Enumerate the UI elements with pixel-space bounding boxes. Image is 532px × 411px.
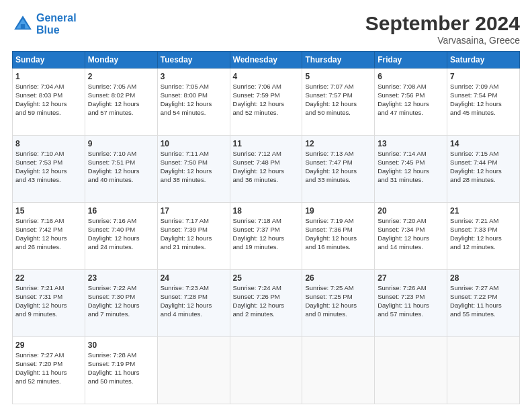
calendar-table: Sunday Monday Tuesday Wednesday Thursday… [12, 51, 520, 404]
day-number: 10 [161, 138, 227, 149]
day-number: 2 [88, 71, 154, 82]
calendar-week-row: 29Sunrise: 7:27 AMSunset: 7:20 PMDayligh… [13, 337, 520, 404]
day-number: 30 [88, 340, 154, 351]
calendar-cell: 1Sunrise: 7:04 AMSunset: 8:03 PMDaylight… [13, 68, 85, 136]
calendar-cell: 24Sunrise: 7:23 AMSunset: 7:28 PMDayligh… [157, 270, 230, 337]
col-saturday: Saturday [447, 52, 520, 68]
day-number: 21 [450, 205, 517, 216]
calendar-cell [375, 337, 447, 404]
calendar-cell: 15Sunrise: 7:16 AMSunset: 7:42 PMDayligh… [13, 203, 85, 270]
day-number: 11 [233, 138, 300, 149]
calendar-cell: 7Sunrise: 7:09 AMSunset: 7:54 PMDaylight… [447, 68, 520, 136]
day-number: 8 [15, 138, 82, 149]
day-number: 1 [15, 71, 82, 82]
col-wednesday: Wednesday [230, 52, 302, 68]
calendar-cell: 17Sunrise: 7:17 AMSunset: 7:39 PMDayligh… [157, 203, 230, 270]
calendar-cell: 16Sunrise: 7:16 AMSunset: 7:40 PMDayligh… [85, 203, 157, 270]
calendar-cell: 28Sunrise: 7:27 AMSunset: 7:22 PMDayligh… [447, 270, 520, 337]
calendar-cell: 6Sunrise: 7:08 AMSunset: 7:56 PMDaylight… [375, 68, 447, 136]
col-thursday: Thursday [302, 52, 375, 68]
calendar-cell: 11Sunrise: 7:12 AMSunset: 7:48 PMDayligh… [230, 136, 302, 203]
day-number: 9 [88, 138, 154, 149]
day-number: 18 [233, 205, 300, 216]
calendar-cell: 9Sunrise: 7:10 AMSunset: 7:51 PMDaylight… [85, 136, 157, 203]
day-number: 24 [161, 273, 227, 283]
day-number: 17 [161, 205, 227, 216]
calendar-week-row: 22Sunrise: 7:21 AMSunset: 7:31 PMDayligh… [13, 270, 520, 337]
day-number: 3 [161, 71, 227, 82]
title-area: September 2024 Varvasaina, Greece [365, 12, 520, 46]
calendar-cell [157, 337, 230, 404]
calendar-cell: 5Sunrise: 7:07 AMSunset: 7:57 PMDaylight… [302, 68, 375, 136]
page: General Blue September 2024 Varvasaina, … [0, 0, 532, 411]
day-number: 25 [233, 273, 300, 283]
calendar-cell: 26Sunrise: 7:25 AMSunset: 7:25 PMDayligh… [302, 270, 375, 337]
calendar-cell: 13Sunrise: 7:14 AMSunset: 7:45 PMDayligh… [375, 136, 447, 203]
calendar-cell [230, 337, 302, 404]
day-number: 19 [305, 205, 371, 216]
calendar-cell [302, 337, 375, 404]
calendar-cell: 2Sunrise: 7:05 AMSunset: 8:02 PMDaylight… [85, 68, 157, 136]
col-friday: Friday [375, 52, 447, 68]
calendar-cell: 12Sunrise: 7:13 AMSunset: 7:47 PMDayligh… [302, 136, 375, 203]
calendar-cell: 27Sunrise: 7:26 AMSunset: 7:23 PMDayligh… [375, 270, 447, 337]
main-title: September 2024 [365, 12, 520, 35]
calendar-cell: 19Sunrise: 7:19 AMSunset: 7:36 PMDayligh… [302, 203, 375, 270]
calendar-cell: 25Sunrise: 7:24 AMSunset: 7:26 PMDayligh… [230, 270, 302, 337]
calendar-header-row: Sunday Monday Tuesday Wednesday Thursday… [13, 52, 520, 68]
calendar-cell: 10Sunrise: 7:11 AMSunset: 7:50 PMDayligh… [157, 136, 230, 203]
logo-icon [12, 13, 34, 35]
day-number: 22 [15, 273, 82, 283]
day-number: 29 [15, 340, 82, 351]
calendar-cell: 8Sunrise: 7:10 AMSunset: 7:53 PMDaylight… [13, 136, 85, 203]
calendar-cell: 18Sunrise: 7:18 AMSunset: 7:37 PMDayligh… [230, 203, 302, 270]
calendar-cell: 14Sunrise: 7:15 AMSunset: 7:44 PMDayligh… [447, 136, 520, 203]
day-number: 13 [378, 138, 444, 149]
day-number: 14 [450, 138, 517, 149]
day-number: 16 [88, 205, 154, 216]
calendar-cell: 21Sunrise: 7:21 AMSunset: 7:33 PMDayligh… [447, 203, 520, 270]
day-number: 12 [305, 138, 371, 149]
day-number: 5 [305, 71, 371, 82]
day-number: 7 [450, 71, 517, 82]
calendar-cell: 4Sunrise: 7:06 AMSunset: 7:59 PMDaylight… [230, 68, 302, 136]
col-monday: Monday [85, 52, 157, 68]
calendar-cell [447, 337, 520, 404]
calendar-week-row: 1Sunrise: 7:04 AMSunset: 8:03 PMDaylight… [13, 68, 520, 136]
calendar-cell: 22Sunrise: 7:21 AMSunset: 7:31 PMDayligh… [13, 270, 85, 337]
header: General Blue September 2024 Varvasaina, … [12, 12, 520, 46]
day-number: 6 [378, 71, 444, 82]
calendar-cell: 29Sunrise: 7:27 AMSunset: 7:20 PMDayligh… [13, 337, 85, 404]
col-sunday: Sunday [13, 52, 85, 68]
day-number: 20 [378, 205, 444, 216]
calendar-cell: 3Sunrise: 7:05 AMSunset: 8:00 PMDaylight… [157, 68, 230, 136]
day-number: 26 [305, 273, 371, 283]
day-number: 27 [378, 273, 444, 283]
calendar-week-row: 15Sunrise: 7:16 AMSunset: 7:42 PMDayligh… [13, 203, 520, 270]
logo-text: General Blue [36, 12, 77, 36]
calendar-week-row: 8Sunrise: 7:10 AMSunset: 7:53 PMDaylight… [13, 136, 520, 203]
calendar-cell: 23Sunrise: 7:22 AMSunset: 7:30 PMDayligh… [85, 270, 157, 337]
col-tuesday: Tuesday [157, 52, 230, 68]
day-number: 23 [88, 273, 154, 283]
calendar-cell: 20Sunrise: 7:20 AMSunset: 7:34 PMDayligh… [375, 203, 447, 270]
subtitle: Varvasaina, Greece [365, 35, 520, 46]
logo: General Blue [12, 12, 77, 36]
day-number: 28 [450, 273, 517, 283]
day-number: 15 [15, 205, 82, 216]
calendar-cell: 30Sunrise: 7:28 AMSunset: 7:19 PMDayligh… [85, 337, 157, 404]
day-number: 4 [233, 71, 300, 82]
svg-rect-2 [21, 24, 25, 30]
